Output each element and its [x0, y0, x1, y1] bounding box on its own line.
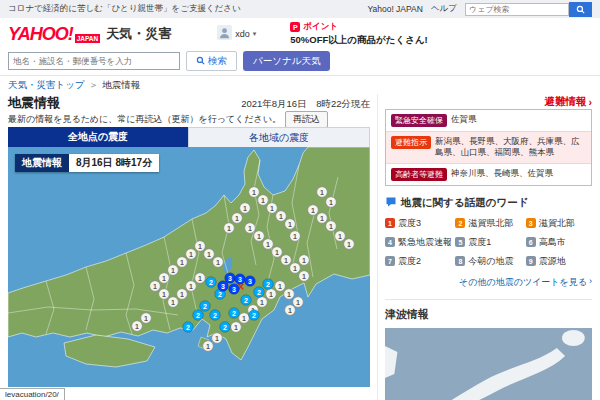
intensity-marker-value: 1 — [320, 189, 324, 196]
main-content: 地震情報 2021年8月16日 8時22分現在 最新の情報を見るために、常に再読… — [0, 94, 600, 400]
trend-words-grid: 1震度32滋賀県北部3滋賀北部4緊急地震速報5震度16高島市7震度28今朝の地震… — [385, 217, 592, 268]
trend-word-label: 今朝の地震 — [468, 255, 513, 268]
intensity-marker-value: 1 — [266, 241, 270, 248]
breadcrumb-current: 地震情報 — [102, 79, 140, 92]
trend-rank-badge: 6 — [526, 237, 536, 247]
intensity-marker-value: 1 — [162, 291, 166, 298]
intensity-marker-value: 1 — [347, 241, 351, 248]
trend-rank-badge: 2 — [455, 218, 465, 228]
intensity-marker-value: 1 — [153, 283, 157, 290]
breadcrumb-home-link[interactable]: 天気・災害トップ — [8, 79, 85, 92]
points-promo-link[interactable]: P ポイント 50%OFF以上の商品がたくさん! — [290, 21, 428, 47]
trend-word-label: 滋賀県北部 — [468, 217, 513, 230]
search-icon — [196, 56, 205, 67]
place-search-button[interactable]: 検索 — [186, 51, 237, 71]
trend-word-item[interactable]: 2滋賀県北部 — [455, 217, 521, 230]
intensity-marker-value: 1 — [235, 215, 239, 222]
intensity-marker-value: 1 — [278, 283, 282, 290]
intensity-marker-value: 1 — [198, 275, 202, 282]
yahoo-logo[interactable]: YAHOO! JAPAN — [8, 25, 100, 43]
evacuation-areas: 佐賀県 — [451, 114, 477, 125]
intensity-marker-value: 1 — [302, 257, 306, 264]
reload-button[interactable]: 再読込 — [285, 111, 328, 128]
trend-rank-badge: 4 — [385, 237, 395, 247]
help-link[interactable]: ヘルプ — [431, 3, 457, 15]
trend-rank-badge: 8 — [455, 256, 465, 266]
intensity-marker-value: 1 — [293, 265, 297, 272]
evacuation-row[interactable]: 避難指示新潟県、長野県、大阪府、兵庫県、広島県、山口県、福岡県、熊本県 — [386, 131, 591, 163]
evacuation-row[interactable]: 高齢者等避難神奈川県、長崎県、佐賀県 — [386, 163, 591, 185]
intensity-marker-value: 1 — [248, 225, 252, 232]
intensity-marker-value: 1 — [227, 225, 231, 232]
intensity-marker-value: 1 — [302, 273, 306, 280]
intensity-marker-value: 1 — [171, 299, 175, 306]
breadcrumb: 天気・災害トップ ＞ 地震情報 — [0, 76, 600, 94]
trend-word-item[interactable]: 1震度3 — [385, 217, 451, 230]
trend-word-label: 震度3 — [398, 217, 421, 230]
intensity-marker-value: 1 — [270, 205, 274, 212]
search-icon — [576, 2, 585, 17]
tsunami-section-link[interactable]: 津波情報 — [385, 299, 592, 322]
tab-by-region[interactable]: 各地域の震度 — [188, 127, 370, 147]
trend-word-item[interactable]: 6高島市 — [526, 236, 592, 249]
evacuation-box: 緊急安全確保佐賀県避難指示新潟県、長野県、大阪府、兵庫県、広島県、山口県、福岡県… — [385, 109, 592, 186]
trend-words-header: 地震に関する話題のワード — [385, 196, 592, 210]
trend-word-item[interactable]: 3滋賀北部 — [526, 217, 592, 230]
intensity-marker-value: 3 — [221, 283, 225, 290]
intensity-marker-value: 1 — [284, 257, 288, 264]
updated-timestamp: 2021年8月16日 8時22分現在 — [241, 98, 370, 111]
trend-word-item[interactable]: 4緊急地震速報 — [385, 236, 451, 249]
sidebar: 避難情報 › 緊急安全確保佐賀県避難指示新潟県、長野県、大阪府、兵庫県、広島県、… — [377, 94, 592, 400]
intensity-marker-value: 1 — [293, 233, 297, 240]
evacuation-row[interactable]: 緊急安全確保佐賀県 — [386, 110, 591, 131]
user-menu[interactable]: xdo ▾ — [217, 25, 256, 44]
intensity-marker-value: 1 — [279, 213, 283, 220]
web-search-button[interactable] — [569, 2, 592, 17]
intensity-marker-value: 2 — [266, 281, 270, 288]
evacuation-level-badge: 緊急安全確保 — [391, 114, 447, 127]
intensity-marker-value: 1 — [311, 207, 315, 214]
top-promo-bar: コロナで経済的に苦しむ「ひとり親世帯」をご支援ください Yahoo! JAPAN… — [0, 0, 600, 18]
trend-rank-badge: 9 — [526, 256, 536, 266]
intensity-marker-value: 1 — [287, 291, 291, 298]
earthquake-map: 1111111111111111111111111111111111111111… — [8, 147, 370, 387]
evacuation-areas: 神奈川県、長崎県、佐賀県 — [451, 168, 553, 179]
intensity-marker-value: 2 — [232, 310, 236, 317]
chevron-right-icon: › — [589, 96, 593, 108]
intensity-marker-value: 1 — [329, 199, 333, 206]
trend-words-title: 地震に関する話題のワード — [401, 196, 528, 210]
donation-promo-link[interactable]: コロナで経済的に苦しむ「ひとり親世帯」をご支援ください — [8, 3, 241, 15]
chevron-right-icon: › — [589, 276, 592, 289]
evacuation-level-badge: 避難指示 — [391, 136, 431, 149]
intensity-marker-value: 1 — [216, 259, 220, 266]
map-badge-datetime: 8月16日 8時17分 — [69, 154, 159, 172]
intensity-marker-value: 1 — [189, 251, 193, 258]
trend-word-item[interactable]: 7震度2 — [385, 255, 451, 268]
service-title-link[interactable]: 天気・災害 — [106, 25, 171, 43]
intensity-marker-value: 3 — [238, 276, 242, 283]
personal-weather-button[interactable]: パーソナル天気 — [243, 51, 330, 71]
intensity-marker-value: 1 — [207, 251, 211, 258]
trend-word-item[interactable]: 5震度1 — [455, 236, 521, 249]
evacuation-info-link[interactable]: 避難情報 › — [385, 94, 592, 109]
more-tweets-link[interactable]: その他の地震のツイートを見る › — [385, 276, 592, 289]
tab-all-points[interactable]: 全地点の震度 — [8, 127, 188, 147]
breadcrumb-separator: ＞ — [89, 79, 99, 92]
intensity-marker-value: 2 — [203, 303, 207, 310]
points-icon: P — [290, 22, 300, 32]
yahoo-japan-link[interactable]: Yahoo! JAPAN — [367, 4, 422, 14]
evacuation-title: 避難情報 — [545, 95, 587, 109]
trend-word-item[interactable]: 8今朝の地震 — [455, 255, 521, 268]
page-title: 地震情報 — [8, 94, 60, 112]
trend-rank-badge: 3 — [526, 218, 536, 228]
place-search-input[interactable] — [8, 52, 180, 70]
intensity-marker-value: 1 — [275, 249, 279, 256]
trend-word-item[interactable]: 9震源地 — [526, 255, 592, 268]
yahoo-logo-japan: JAPAN — [75, 34, 101, 43]
evacuation-areas: 新潟県、長野県、大阪府、兵庫県、広島県、山口県、福岡県、熊本県 — [435, 136, 586, 159]
intensity-marker-value: 3 — [248, 278, 252, 285]
points-label: ポイント — [303, 21, 338, 33]
intensity-marker-value: 2 — [252, 312, 256, 319]
web-search-input[interactable] — [465, 3, 569, 16]
intensity-marker-value: 1 — [257, 233, 261, 240]
